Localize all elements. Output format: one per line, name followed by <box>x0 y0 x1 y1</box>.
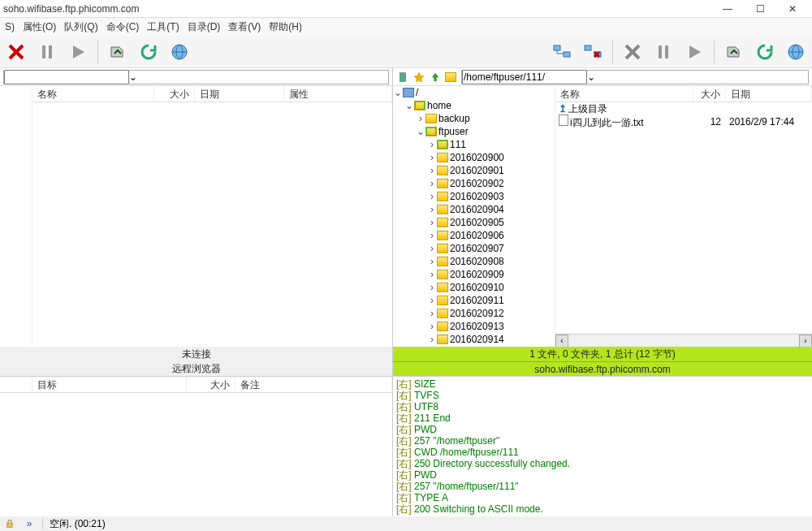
refresh-button-r[interactable] <box>752 39 778 65</box>
file-row[interactable]: i四儿到此一游.txt 12 2016/2/9 17:44 <box>555 115 812 128</box>
twisty-icon[interactable] <box>427 321 437 332</box>
col-size[interactable]: 大小 <box>187 377 235 392</box>
scroll-left-button[interactable]: ‹ <box>555 335 568 348</box>
tree-row[interactable]: 2016020907 <box>393 242 555 255</box>
remote-list-body[interactable]: ↥上级目录 i四儿到此一游.txt 12 2016/2/9 17:44 <box>555 102 812 334</box>
chevron-down-icon[interactable]: ⌄ <box>129 71 137 83</box>
tree-row[interactable]: 2016020914 <box>393 333 555 346</box>
remote-tree[interactable]: / home backup ftpuser 111 2016020900 201… <box>393 86 555 347</box>
menu-item[interactable]: 查看(V) <box>228 20 261 34</box>
cancel-button[interactable] <box>3 39 29 65</box>
col-size[interactable]: 大小 <box>154 86 195 101</box>
up-icon[interactable] <box>429 71 442 84</box>
tree-row[interactable]: 2016020903 <box>393 190 555 203</box>
play-button[interactable] <box>65 39 91 65</box>
transfer-button-r[interactable] <box>721 39 747 65</box>
globe-button[interactable] <box>166 39 192 65</box>
twisty-icon[interactable] <box>427 269 437 280</box>
twisty-icon[interactable] <box>416 126 425 137</box>
tree-row[interactable]: 2016020904 <box>393 203 555 216</box>
close-button[interactable]: ✕ <box>776 0 809 18</box>
play-button-r[interactable] <box>681 39 707 65</box>
bookmark-icon[interactable] <box>396 71 409 84</box>
local-list-body[interactable] <box>32 102 392 347</box>
twisty-icon[interactable] <box>427 243 437 254</box>
tree-row[interactable]: 2016020909 <box>393 268 555 281</box>
remote-status-1: 1 文件, 0 文件夹, 1 总计 (12 字节) <box>393 347 812 361</box>
twisty-icon[interactable] <box>427 230 437 241</box>
twisty-icon[interactable] <box>427 217 437 228</box>
local-path-combo[interactable]: ⌄ <box>3 70 389 84</box>
star-icon[interactable] <box>412 71 425 84</box>
col-target[interactable]: 目标 <box>32 377 187 392</box>
tree-row[interactable]: 111 <box>393 138 555 151</box>
twisty-icon[interactable] <box>427 256 437 267</box>
minimize-button[interactable]: — <box>711 0 744 18</box>
tree-row[interactable]: 2016020900 <box>393 151 555 164</box>
col-date[interactable]: 日期 <box>726 86 812 101</box>
twisty-icon[interactable] <box>427 204 437 215</box>
menu-item[interactable]: 命令(C) <box>106 20 140 34</box>
tree-row[interactable]: 2016020908 <box>393 255 555 268</box>
pause-button[interactable] <box>34 39 60 65</box>
twisty-icon[interactable] <box>416 113 425 124</box>
menu-item[interactable]: S) <box>5 21 15 32</box>
scroll-track[interactable] <box>568 335 799 348</box>
col-attr[interactable]: 属性 <box>284 86 392 101</box>
tree-row[interactable]: 2016020906 <box>393 229 555 242</box>
tree-row[interactable]: home <box>393 99 555 112</box>
twisty-icon[interactable] <box>404 100 414 111</box>
svg-rect-0 <box>42 45 45 58</box>
transfer-button[interactable] <box>105 39 131 65</box>
twisty-icon[interactable] <box>427 139 437 150</box>
remote-path-input[interactable] <box>462 70 587 84</box>
remote-path-combo[interactable]: ⌄ <box>461 70 809 84</box>
menu-item[interactable]: 帮助(H) <box>269 20 302 34</box>
menu-item[interactable]: 队列(Q) <box>64 20 97 34</box>
cancel-button-r[interactable] <box>620 39 646 65</box>
tree-row[interactable]: ftpuser <box>393 125 555 138</box>
twisty-icon[interactable] <box>427 191 437 202</box>
col-name[interactable]: 名称 <box>32 86 154 101</box>
tree-row[interactable]: 2016020912 <box>393 307 555 320</box>
twisty-icon[interactable] <box>427 334 437 345</box>
tree-row[interactable]: 2016020902 <box>393 177 555 190</box>
tree-row[interactable]: 2016020910 <box>393 281 555 294</box>
tree-row[interactable]: / <box>393 86 555 99</box>
local-tree[interactable] <box>0 86 32 347</box>
pause-button-r[interactable] <box>650 39 676 65</box>
tree-row[interactable]: 2016020913 <box>393 320 555 333</box>
menu-item[interactable]: 工具(T) <box>147 20 179 34</box>
footer: » 空闲. (00:21) <box>0 516 812 531</box>
col-name[interactable]: 名称 <box>555 86 693 101</box>
globe-button-r[interactable] <box>783 39 809 65</box>
col-date[interactable]: 日期 <box>195 86 284 101</box>
queue-body[interactable] <box>0 393 392 516</box>
twisty-icon[interactable] <box>427 178 437 189</box>
tree-row[interactable]: 2016020901 <box>393 164 555 177</box>
twisty-icon[interactable] <box>427 282 437 293</box>
chevrons-icon[interactable]: » <box>23 517 36 530</box>
twisty-icon[interactable] <box>427 152 437 163</box>
log-pane[interactable]: [右] SIZE[右] TVFS[右] UTF8[右] 211 End[右] P… <box>393 377 812 516</box>
col-size[interactable]: 大小 <box>693 86 726 101</box>
menu-item[interactable]: 目录(D) <box>188 20 221 34</box>
hscroll[interactable]: ‹ › <box>555 334 812 347</box>
twisty-icon[interactable] <box>427 295 437 306</box>
local-path-input[interactable] <box>4 70 129 84</box>
twisty-icon[interactable] <box>427 308 437 319</box>
scroll-right-button[interactable]: › <box>799 335 812 348</box>
tree-row[interactable]: 2016020905 <box>393 216 555 229</box>
twisty-icon[interactable] <box>393 87 403 98</box>
tree-row[interactable]: backup <box>393 112 555 125</box>
twisty-icon[interactable] <box>427 165 437 176</box>
tree-row[interactable]: 2016020911 <box>393 294 555 307</box>
refresh-button[interactable] <box>136 39 162 65</box>
connect-button[interactable] <box>549 39 575 65</box>
log-line: [右] CWD /home/ftpuser/111 <box>396 447 809 458</box>
col-note[interactable]: 备注 <box>235 377 392 392</box>
maximize-button[interactable]: ☐ <box>744 0 776 18</box>
disconnect-button[interactable] <box>580 39 606 65</box>
menu-item[interactable]: 属性(O) <box>23 20 56 34</box>
chevron-down-icon[interactable]: ⌄ <box>587 71 595 83</box>
